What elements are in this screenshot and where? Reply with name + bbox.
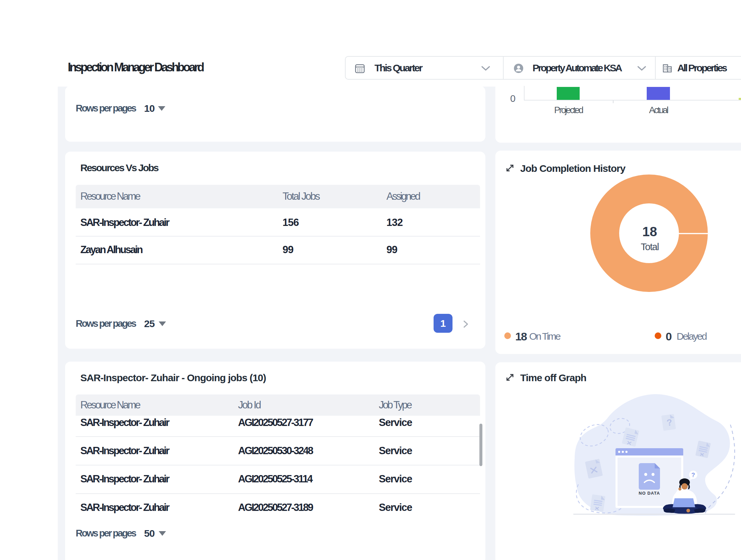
- svg-text:?: ?: [691, 472, 695, 478]
- svg-text:NO DATA: NO DATA: [639, 491, 660, 496]
